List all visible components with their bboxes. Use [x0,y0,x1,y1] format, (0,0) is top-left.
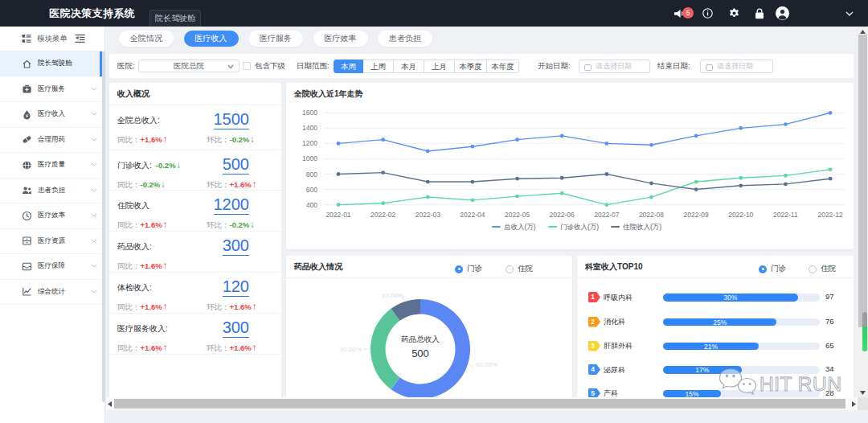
sidebar-item-患者负担[interactable]: 患者负担 [0,179,104,204]
income-row-医疗服务收入: 医疗服务收入:300同比：+1.6%↑环比：+1.6%↑ [109,314,281,355]
end-date-input[interactable]: 请选择日期 [700,60,773,73]
sidebar-item-医疗收入[interactable]: 医疗收入 [0,102,104,128]
chevron-down-icon [91,188,97,192]
donut-center-value: 500 [388,347,452,359]
divider [577,277,854,278]
horizontal-scrollbar[interactable] [106,397,858,410]
tab-全院情况[interactable]: 全院情况 [119,31,174,47]
pie-label-10: 10.00% [382,292,403,299]
svg-text:门诊收入(万): 门诊收入(万) [560,223,599,231]
chevron-down-icon [91,138,97,142]
tab-医疗收入[interactable]: 医疗收入 [184,31,239,47]
income-row-label: 体检收入: [117,282,152,294]
range-button-本季度[interactable]: 本季度 [455,60,487,73]
hospital-select[interactable]: 医院总院 [138,60,240,72]
gear-icon[interactable] [729,8,739,18]
sidebar-item-label: 医疗保障 [38,261,65,271]
tab-患者负担[interactable]: 患者负担 [378,31,432,47]
scroll-left-arrow-icon[interactable] [108,401,112,407]
dept-name: 呼吸内科 [604,293,633,303]
avatar[interactable] [776,6,789,20]
income-row-value[interactable]: 500 [223,154,249,175]
range-button-上月[interactable]: 上月 [424,60,455,73]
radio-inpatient[interactable]: 住院 [809,264,836,274]
start-date-input[interactable]: 请选择日期 [579,60,650,73]
income-row-label: 全院总收入: [117,115,160,126]
income-row-value[interactable]: 1200 [214,195,250,215]
dept-name: 肝胆外科 [604,341,633,351]
sidebar-item-医疗保障[interactable]: 医疗保障 [0,254,104,280]
inner-scrollbar-thumb[interactable] [862,312,867,351]
income-row-value[interactable]: 1500 [214,109,250,129]
radio-outpatient[interactable]: 门诊 [455,264,482,274]
sidebar-menu: 院长驾驶舱医疗服务医疗收入合理用药医疗质量患者负担医疗效率医疗资源医疗保障综合统… [0,51,104,305]
radio-outpatient[interactable]: 门诊 [759,264,786,274]
svg-text:1600: 1600 [302,109,317,117]
yoy-label: 同比： [117,302,141,311]
sidebar-item-医疗资源[interactable]: 医疗资源 [0,229,104,255]
income-row-value[interactable]: 120 [223,277,249,297]
sidebar-item-label: 医疗质量 [38,160,65,170]
dept-bar-track: 17% [663,366,820,374]
mom-label: 环比： [207,135,230,144]
scroll-up-arrow-icon[interactable] [860,30,866,34]
date-range-label: 日期范围: [297,54,330,78]
tab-dashboard-header[interactable]: 院长驾驶舱 [149,10,201,27]
dept-bar-fill: 30% [663,294,798,302]
sidebar-item-合理用药[interactable]: 合理用药 [0,128,104,154]
sidebar-item-医疗效率[interactable]: 医疗效率 [0,203,104,229]
radio-unselected-icon [506,265,514,273]
yoy-value: +1.6%↑ [141,220,168,229]
income-row-value[interactable]: 300 [223,236,249,256]
dept-bar-track: 30% [663,294,820,302]
svg-text:600: 600 [306,186,317,194]
resource-icon [22,236,32,246]
chevron-down-icon[interactable] [845,11,854,16]
range-button-本年度[interactable]: 本年度 [487,60,519,73]
patients-icon [22,185,32,195]
sidebar-item-医疗服务[interactable]: 医疗服务 [0,77,104,103]
vertical-scrollbar-thumb[interactable] [858,35,867,327]
rank-badge: 2 [588,317,600,327]
mom-value: -0.2%↓ [230,220,256,229]
svg-text:2022-04: 2022-04 [460,211,485,219]
info-icon[interactable] [702,8,713,18]
medical-bag-icon [22,84,32,94]
pie-label-30: 30.00% [340,346,362,353]
sidebar-scrollbar-thumb[interactable] [102,51,105,402]
pie-label-60: 60.00% [476,361,497,368]
sidebar-item-院长驾驶舱[interactable]: 院长驾驶舱 [0,51,104,77]
income-overview-title: 收入概况 [117,88,149,100]
range-button-上周[interactable]: 上周 [363,60,394,73]
lock-icon[interactable] [755,8,764,19]
yoy-label: 同比： [117,220,141,229]
efficiency-icon [22,211,32,221]
tab-医疗服务[interactable]: 医疗服务 [248,31,303,47]
radio-inpatient[interactable]: 住院 [506,264,533,274]
income-row-全院总收入: 全院总收入:1500同比：+1.6%↑环比：-0.2%↓ [109,105,281,150]
scroll-right-arrow-icon[interactable] [852,401,856,407]
income-row-住院收入: 住院收入1200同比：+1.6%↑环比：-0.2%↓ [109,191,281,232]
sidebar-item-医疗质量[interactable]: 医疗质量 [0,153,104,179]
income-row-value[interactable]: 300 [223,318,249,338]
dept-name: 消化科 [604,317,625,327]
scroll-down-arrow-icon[interactable] [860,391,866,395]
drug-income-title: 药品收入情况 [294,261,342,273]
sidebar-item-综合统计[interactable]: 综合统计 [0,280,104,306]
vertical-scrollbar[interactable] [858,27,868,398]
dept-bar-fill: 21% [663,343,759,351]
include-sub-checkbox[interactable] [243,62,251,70]
income-row-label: 门诊收入:-0.2%↓ [117,160,181,171]
dept-row-呼吸内科: 1呼吸内科30%97 [577,290,854,306]
collapse-sidebar-icon[interactable] [75,34,85,43]
tab-医疗效率[interactable]: 医疗效率 [313,31,368,47]
dept-value: 97 [825,292,834,301]
mom-label: 环比： [207,220,230,229]
horizontal-scrollbar-thumb[interactable] [114,399,845,409]
range-button-本周[interactable]: 本周 [334,60,363,73]
app-root: 医院决策支持系统 院长驾驶舱 5 [0,0,868,423]
mom-label: 环比： [207,180,230,189]
sidebar-item-label: 医疗收入 [38,109,65,119]
chevron-down-icon [91,112,97,116]
range-button-本月[interactable]: 本月 [394,60,424,73]
